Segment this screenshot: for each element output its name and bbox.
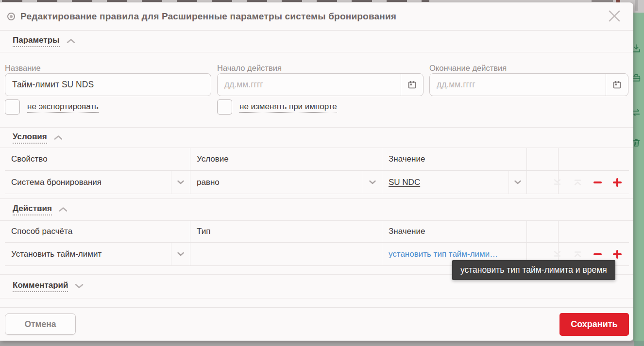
move-down-icon: [553, 178, 562, 187]
remove-row-icon[interactable]: [593, 178, 602, 187]
condition-property-select[interactable]: Система бронирования: [5, 171, 171, 194]
chevron-up-icon: [54, 133, 63, 142]
dialog-footer: Отмена Сохранить: [0, 307, 633, 341]
background-rail-fragment: [634, 341, 644, 346]
cancel-button[interactable]: Отмена: [5, 313, 76, 335]
actions-col-value: Значение: [382, 221, 527, 243]
toolbar-rail: [633, 13, 644, 341]
section-conditions[interactable]: Условия: [0, 127, 633, 148]
conditions-col-property: Свойство: [5, 148, 190, 171]
conditions-table: Свойство Условие Значение Система бронир…: [5, 148, 629, 194]
section-parameters[interactable]: Параметры: [0, 31, 633, 52]
remove-row-icon[interactable]: [593, 249, 602, 259]
start-date-label: Начало действия: [217, 64, 424, 73]
name-input[interactable]: [5, 73, 211, 96]
rule-icon: [7, 13, 15, 20]
close-icon[interactable]: [607, 9, 622, 24]
no-import-change-checkbox[interactable]: [217, 99, 232, 115]
action-type-cell[interactable]: [190, 243, 382, 266]
section-parameters-label: Параметры: [13, 35, 60, 47]
dialog-title: Редактирование правила для Расширенные п…: [20, 11, 396, 22]
calendar-icon[interactable]: [606, 74, 628, 96]
delete-icon[interactable]: [633, 138, 641, 148]
add-row-icon[interactable]: [613, 249, 622, 259]
dropdown-chevron-icon[interactable]: [171, 171, 190, 194]
background-page-bottom: [0, 341, 644, 346]
background-page-right: [633, 0, 644, 346]
save-button[interactable]: Сохранить: [559, 313, 629, 336]
conditions-col-condition: Условие: [190, 148, 382, 171]
move-up-icon: [573, 178, 582, 187]
transfer-arrows-icon[interactable]: [633, 108, 641, 117]
parameters-form: Название Начало действия Окончание дейст…: [0, 52, 633, 127]
condition-value-select[interactable]: SU NDC: [382, 171, 509, 194]
calendar-icon[interactable]: [401, 74, 423, 96]
start-date-input[interactable]: [218, 74, 401, 96]
move-down-icon: [553, 249, 562, 259]
dropdown-chevron-icon[interactable]: [171, 243, 190, 266]
action-method-select[interactable]: Установить тайм-лимит: [5, 243, 171, 266]
dropdown-chevron-icon[interactable]: [509, 171, 527, 194]
chevron-down-icon: [75, 282, 84, 291]
export-icon[interactable]: [633, 44, 641, 53]
actions-col-type: Тип: [190, 221, 382, 243]
condition-value-link[interactable]: SU NDC: [389, 178, 420, 187]
start-date-field: [217, 73, 424, 96]
actions-col-tools: [559, 221, 629, 243]
conditions-col-empty: [527, 148, 559, 171]
section-conditions-label: Условия: [13, 132, 47, 144]
no-export-label: не экспортировать: [27, 102, 99, 113]
section-comment-label: Комментарий: [13, 280, 68, 292]
tooltip: установить тип тайм-лимита и время: [452, 260, 615, 280]
no-export-checkbox[interactable]: [5, 99, 20, 115]
add-row-icon[interactable]: [613, 178, 622, 187]
background-text-fragment: [592, 0, 613, 2]
condition-operator-select[interactable]: равно: [190, 171, 363, 194]
scrollbar-thumb[interactable]: [635, 0, 638, 11]
name-label: Название: [5, 64, 211, 73]
no-export-checkbox-row[interactable]: не экспортировать: [5, 99, 211, 115]
screen: Редактирование правила для Расширенные п…: [0, 0, 644, 346]
move-up-icon: [573, 249, 582, 259]
end-date-label: Окончание действия: [429, 64, 628, 73]
actions-col-method: Способ расчёта: [5, 221, 190, 243]
edit-rule-dialog: Редактирование правила для Расширенные п…: [0, 2, 633, 341]
briefcase-icon[interactable]: [633, 73, 641, 82]
dialog-header: Редактирование правила для Расширенные п…: [0, 2, 633, 31]
no-import-change-label: не изменять при импорте: [239, 102, 337, 113]
end-date-input[interactable]: [430, 74, 606, 96]
end-date-field: [429, 73, 628, 96]
actions-col-empty: [527, 221, 559, 243]
no-import-change-checkbox-row[interactable]: не изменять при импорте: [217, 99, 424, 115]
dropdown-chevron-icon[interactable]: [363, 171, 382, 194]
section-actions[interactable]: Действия: [0, 198, 633, 221]
section-actions-label: Действия: [13, 204, 52, 215]
conditions-col-value: Значение: [382, 148, 527, 171]
condition-row-tools: [559, 171, 629, 194]
actions-table: Способ расчёта Тип Значение Установить т…: [5, 221, 629, 266]
chevron-up-icon: [59, 205, 68, 214]
chevron-up-icon: [67, 37, 75, 46]
background-text-fragment: [2, 0, 429, 2]
conditions-col-tools: [559, 148, 629, 171]
